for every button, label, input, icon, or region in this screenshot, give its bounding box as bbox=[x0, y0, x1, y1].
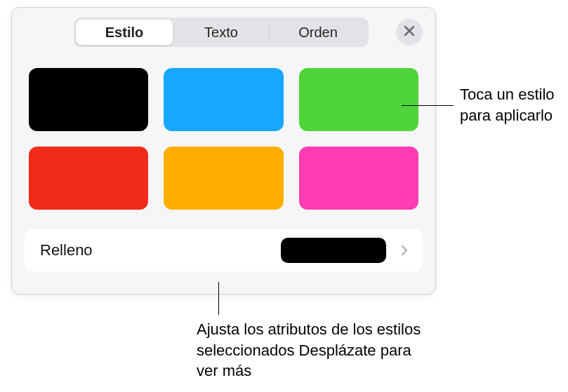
tab-style-label: Estilo bbox=[105, 25, 143, 41]
style-swatch[interactable] bbox=[299, 147, 418, 210]
style-swatch[interactable] bbox=[299, 68, 418, 131]
callout-adjust-attributes: Ajusta los atributos de los estilos sele… bbox=[197, 319, 421, 381]
panel-header: Estilo Texto Orden bbox=[25, 18, 423, 47]
chevron-right-icon bbox=[397, 243, 411, 257]
style-panel: Estilo Texto Orden Relleno bbox=[11, 7, 436, 295]
close-button[interactable] bbox=[396, 19, 423, 46]
tab-order-label: Orden bbox=[298, 25, 338, 41]
tab-text-label: Texto bbox=[204, 25, 238, 41]
style-swatch[interactable] bbox=[29, 68, 148, 131]
tab-segmented-control: Estilo Texto Orden bbox=[74, 18, 369, 47]
callout-tap-style: Toca un estilo para aplicarlo bbox=[460, 84, 565, 126]
fill-label: Relleno bbox=[40, 241, 272, 259]
tab-text[interactable]: Texto bbox=[173, 20, 270, 45]
tab-style[interactable]: Estilo bbox=[76, 20, 173, 45]
fill-color-preview bbox=[281, 238, 386, 263]
tab-order[interactable]: Orden bbox=[270, 20, 366, 45]
callout-leader bbox=[402, 105, 454, 106]
callout-leader bbox=[218, 282, 219, 315]
fill-row[interactable]: Relleno bbox=[25, 229, 423, 271]
style-swatch[interactable] bbox=[29, 147, 148, 210]
close-icon bbox=[403, 25, 416, 40]
style-swatch[interactable] bbox=[164, 147, 283, 210]
style-swatch-grid bbox=[25, 68, 423, 210]
style-swatch[interactable] bbox=[164, 68, 283, 131]
